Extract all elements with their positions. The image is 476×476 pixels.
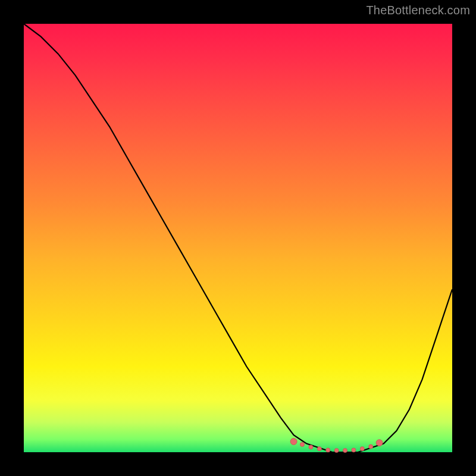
optimal-marker xyxy=(352,448,356,452)
optimal-marker xyxy=(334,449,339,453)
optimal-marker xyxy=(300,443,305,447)
optimal-marker xyxy=(376,440,383,446)
chart-frame: TheBottleneck.com xyxy=(0,0,476,476)
optimal-marker xyxy=(309,445,313,449)
optimal-marker xyxy=(343,449,347,453)
bottleneck-curve xyxy=(24,24,452,452)
plot-area xyxy=(24,24,452,452)
optimal-marker xyxy=(326,448,330,452)
optimal-marker xyxy=(369,444,373,449)
optimal-range-markers xyxy=(290,439,383,453)
optimal-marker xyxy=(360,447,364,451)
optimal-marker xyxy=(290,439,297,445)
optimal-marker xyxy=(317,447,321,451)
watermark-text: TheBottleneck.com xyxy=(366,4,470,17)
curve-svg xyxy=(24,24,452,452)
